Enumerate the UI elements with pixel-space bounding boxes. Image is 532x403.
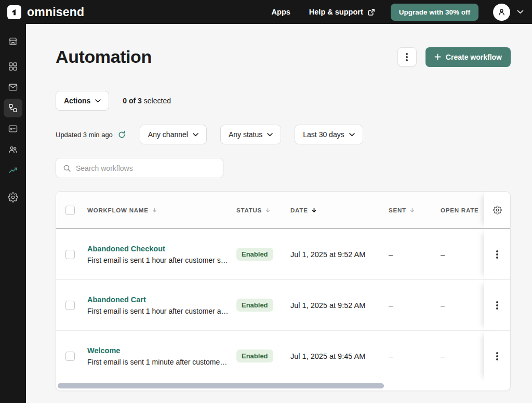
sidebar-item-store[interactable]: [4, 32, 22, 51]
column-label: DATE: [290, 207, 308, 213]
row-menu-button[interactable]: [484, 331, 510, 381]
checkbox-icon: [65, 206, 75, 215]
kebab-icon: [496, 253, 498, 256]
settings-icon: [8, 192, 18, 203]
date-range-filter-label: Last 30 days: [303, 130, 344, 139]
actions-dropdown[interactable]: Actions: [56, 91, 109, 111]
avatar: [493, 4, 510, 21]
workflow-date: Jul 1, 2025 at 9:45 AM: [290, 352, 389, 360]
kebab-icon: [406, 56, 408, 58]
page-header: Automation Create workflow: [56, 47, 511, 67]
create-workflow-button[interactable]: Create workflow: [425, 47, 511, 67]
sidebar-item-audience[interactable]: [4, 140, 22, 159]
dashboard-icon: [8, 61, 18, 72]
search-workflows-box: [56, 158, 223, 178]
sent-value: –: [389, 301, 441, 310]
kebab-icon: [496, 355, 498, 357]
search-icon: [63, 164, 71, 172]
column-header-date[interactable]: DATE: [290, 207, 389, 213]
column-label: OPEN RATE: [441, 207, 478, 213]
sort-down-icon-active: [311, 207, 317, 213]
workflow-description: First email is sent 1 minute after custo…: [87, 358, 231, 366]
sidebar-item-automation[interactable]: [4, 99, 22, 117]
status-badge: Enabled: [236, 248, 273, 261]
table-header-row: WORKFLOW NAME STATUS DATE SENT: [56, 192, 510, 229]
column-header-sent[interactable]: SENT: [389, 207, 441, 213]
omnisend-logo-icon: [7, 5, 21, 19]
workflow-date: Jul 1, 2025 at 9:52 AM: [290, 250, 389, 259]
status-filter-label: Any status: [229, 130, 262, 139]
bulk-actions-row: Actions 0 of 3 selected: [56, 91, 511, 111]
open-rate-value: –: [441, 352, 484, 360]
more-actions-button[interactable]: [397, 47, 417, 66]
sent-value: –: [389, 250, 441, 259]
page-header-actions: Create workflow: [397, 47, 511, 67]
sidebar-item-reports[interactable]: [4, 161, 22, 180]
open-rate-value: –: [441, 250, 484, 259]
brand-wordmark: omnisend: [27, 5, 84, 19]
status-filter-dropdown[interactable]: Any status: [220, 125, 281, 144]
nav-apps-label: Apps: [272, 8, 290, 16]
reports-icon: [8, 165, 18, 176]
horizontal-scrollbar-thumb[interactable]: [58, 383, 384, 388]
gear-icon: [493, 206, 502, 214]
page-title: Automation: [56, 47, 152, 67]
status-badge: Enabled: [236, 350, 273, 362]
column-header-workflow-name[interactable]: WORKFLOW NAME: [87, 207, 236, 213]
sidebar: [0, 24, 26, 403]
main-content: Automation Create workflow Actions 0 of …: [26, 24, 532, 403]
column-label: SENT: [389, 207, 406, 213]
selection-count: 0 of 3: [123, 97, 142, 105]
row-checkbox[interactable]: [56, 280, 87, 330]
sidebar-item-campaigns[interactable]: [4, 78, 22, 97]
column-header-open-rate[interactable]: OPEN RATE: [441, 207, 484, 213]
upgrade-label: Upgrade with 30% off: [399, 8, 470, 16]
table-row: Abandoned Cart First email is sent 1 hou…: [56, 280, 510, 331]
checkbox-icon: [65, 301, 75, 310]
workflow-link[interactable]: Abandoned Checkout: [87, 245, 231, 253]
table-row: Welcome First email is sent 1 minute aft…: [56, 331, 510, 382]
workflow-description: First email is sent 1 hour after custome…: [87, 307, 231, 315]
actions-label: Actions: [64, 97, 90, 105]
plus-icon: [434, 53, 441, 60]
nav-help-support[interactable]: Help & support: [309, 8, 375, 16]
sidebar-item-forms[interactable]: [4, 119, 22, 138]
status-badge: Enabled: [236, 299, 273, 312]
nav-apps[interactable]: Apps: [272, 8, 290, 16]
channel-filter-dropdown[interactable]: Any channel: [140, 125, 207, 144]
row-checkbox[interactable]: [56, 229, 87, 279]
row-menu-button[interactable]: [484, 280, 510, 330]
date-range-filter-dropdown[interactable]: Last 30 days: [295, 125, 363, 144]
automation-icon: [8, 103, 18, 113]
selection-status: 0 of 3 selected: [123, 97, 171, 105]
account-menu[interactable]: [493, 4, 524, 21]
sidebar-item-dashboard[interactable]: [4, 57, 22, 76]
workflow-link[interactable]: Welcome: [87, 346, 231, 355]
chevron-down-icon: [193, 133, 198, 137]
refresh-icon[interactable]: [117, 130, 126, 139]
updated-status: Updated 3 min ago: [56, 130, 126, 139]
search-input[interactable]: [76, 164, 216, 172]
sort-down-icon: [152, 207, 157, 213]
chevron-down-icon: [517, 10, 524, 14]
forms-icon: [8, 124, 18, 134]
upgrade-button[interactable]: Upgrade with 30% off: [391, 4, 478, 21]
table-row: Abandoned Checkout First email is sent 1…: [56, 229, 510, 280]
chevron-down-icon: [95, 99, 101, 103]
kebab-icon: [496, 304, 498, 306]
select-all-checkbox[interactable]: [56, 192, 87, 229]
row-checkbox[interactable]: [56, 331, 87, 381]
column-header-status[interactable]: STATUS: [236, 207, 290, 213]
checkbox-icon: [65, 250, 75, 259]
horizontal-scrollbar: [56, 381, 510, 391]
sent-value: –: [389, 352, 441, 360]
audience-icon: [8, 144, 18, 155]
filters-row: Updated 3 min ago Any channel Any status…: [56, 125, 511, 144]
sidebar-item-settings[interactable]: [4, 188, 22, 207]
checkbox-icon: [65, 352, 75, 361]
workflow-date: Jul 1, 2025 at 9:52 AM: [290, 301, 389, 310]
workflow-link[interactable]: Abandoned Cart: [87, 295, 231, 304]
row-menu-button[interactable]: [484, 229, 510, 279]
topbar-nav: Apps Help & support: [272, 8, 375, 16]
column-settings-button[interactable]: [484, 192, 510, 229]
